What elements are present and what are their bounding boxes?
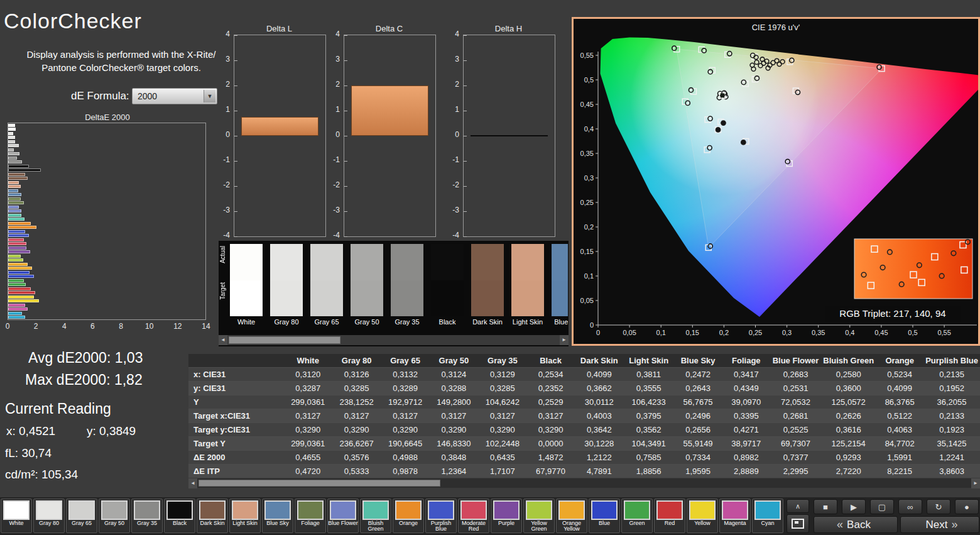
row-label: Y [188,395,284,409]
table-cell: 2,8889 [722,465,770,478]
column-header-blue-flower: Blue Flower [770,354,822,368]
scroll-right-icon[interactable]: ► [560,335,569,345]
patch-button-gray-35[interactable]: Gray 35 [131,499,163,533]
table-cell: 0,3576 [332,451,381,465]
patch-button-white[interactable]: White [1,499,32,533]
deltae-bar-light-skin [8,181,205,189]
deltae-bar-orange [8,222,205,230]
deltae-bar-moderate-red [8,238,205,246]
table-cell: 2,7220 [821,465,876,478]
deltae-bar-cyan [8,312,205,320]
play-icon: ▶ [851,502,857,512]
patch-button-purplish-blue[interactable]: Purplish Blue [425,499,457,533]
deltae-x-tick: 2 [34,322,38,331]
loop-button[interactable]: ∞ [898,499,922,514]
patch-button-gray-65[interactable]: Gray 65 [66,499,97,533]
display-mode-button[interactable] [787,514,809,533]
delta-chart-plot [234,35,326,237]
table-cell: 0,3127 [284,409,332,423]
patch-swatch [722,500,748,520]
patch-button-dark-skin[interactable]: Dark Skin [197,499,228,533]
table-row-x-cie31: x: CIE310,31200,31260,31320,31240,31290,… [188,368,980,382]
deltae-bar-blue-sky [8,189,205,197]
table-cell: 0,5333 [332,465,381,478]
patch-button-label: Bluish Green [361,521,391,532]
deltae-bar-white [8,124,205,132]
patch-swatch [460,500,487,520]
patch-button-orange[interactable]: Orange [393,499,424,533]
table-cell: 1,2364 [430,465,478,478]
scroll-left-icon[interactable]: ◄ [219,335,227,345]
patch-button-magenta[interactable]: Magenta [719,499,751,533]
patch-button-blue[interactable]: Blue [589,499,620,533]
table-cell: 106,4233 [624,395,673,409]
scrollbar-thumb[interactable] [229,336,340,344]
patch-swatch [754,500,781,520]
play-button[interactable]: ▶ [842,499,866,514]
table-cell: 0,4655 [284,451,332,465]
delta-chart-title: Delta C [344,24,435,33]
patch-buttons: WhiteGray 80Gray 65Gray 50Gray 35BlackDa… [1,499,783,533]
expand-button[interactable]: ∧ [787,499,809,513]
patch-button-blue-flower[interactable]: Blue Flower [327,499,359,533]
table-cell: 0,3417 [722,368,770,382]
patch-button-yellow-green[interactable]: Yellow Green [523,499,555,533]
patch-button-cyan[interactable]: Cyan [752,499,783,533]
scroll-left-icon[interactable]: ◄ [188,478,197,488]
patch-button-black[interactable]: Black [164,499,195,533]
table-cell: 0,2352 [527,382,575,395]
delta-chart-y-tick: -4 [215,231,230,240]
patch-button-blue-sky[interactable]: Blue Sky [262,499,293,533]
patch-button-label: Magenta [720,521,750,532]
patch-swatch [689,500,716,520]
refresh-button[interactable]: ↻ [927,499,950,514]
patch-button-label: Blue Flower [328,521,358,532]
patch-button-gray-80[interactable]: Gray 80 [33,499,65,533]
deltae-bar-red [8,287,205,295]
patch-button-purple[interactable]: Purple [491,499,522,533]
delta-chart-y-tick: -4 [444,231,459,240]
record-button[interactable]: ● [955,499,979,514]
de-formula-dropdown[interactable]: 2000 ▼ [132,88,217,104]
patch-button-light-skin[interactable]: Light Skin [229,499,261,533]
delta-chart-y-tick: 4 [444,30,459,38]
patch-strip-scrollbar[interactable]: ◄ ► [219,335,569,345]
deltae-bar-blue-flower [8,206,205,214]
patch-button-bluish-green[interactable]: Bluish Green [360,499,391,533]
delta-chart-y-tick: 1 [325,105,340,114]
table-cell: 0,3124 [430,368,478,382]
patch-button-gray-50[interactable]: Gray 50 [99,499,130,533]
scroll-right-icon[interactable]: ► [971,478,980,488]
scrollbar-thumb[interactable] [199,480,440,487]
patch-swatch [395,500,422,520]
delta-chart-title: Delta L [234,24,325,33]
table-cell: 0,3290 [284,423,332,437]
strip-patch-light-skin: Light Skin [511,244,544,332]
patch-button-yellow[interactable]: Yellow [687,499,718,533]
deltae-bar-gray-80 [8,132,205,140]
patch-button-label: Blue [589,521,619,532]
table-cell: 0,2133 [923,409,980,423]
patch-button-foliage[interactable]: Foliage [295,499,326,533]
patch-button-green[interactable]: Green [621,499,653,533]
table-cell: 0,4099 [876,382,923,395]
table-scrollbar[interactable]: ◄ ► [188,478,980,488]
patch-buttons-bar: WhiteGray 80Gray 65Gray 50Gray 35BlackDa… [0,497,980,535]
patch-button-red[interactable]: Red [654,499,685,533]
page-title: ColorChecker [4,9,142,33]
stop-button[interactable]: ■ [814,499,837,514]
next-button-label: Next [926,519,948,531]
patch-button-orange-yellow[interactable]: Orange Yellow [556,499,587,533]
svg-text:0,45: 0,45 [580,101,594,108]
table-cell: 0,2534 [527,368,575,382]
frame-button[interactable]: ▢ [870,499,894,514]
chevrons-right-icon: » [951,518,957,531]
table-cell: 0,7334 [673,451,722,465]
cie-inset-zoom: RGB Triplet: 217, 140, 94 [825,239,972,322]
patch-button-moderate-red[interactable]: Moderate Red [458,499,489,533]
svg-text:0,35: 0,35 [812,329,825,336]
stop-icon: ■ [823,502,828,512]
next-button[interactable]: Next » [900,516,979,533]
table-cell: 0,8982 [722,451,770,465]
back-button[interactable]: « Back [814,516,898,533]
